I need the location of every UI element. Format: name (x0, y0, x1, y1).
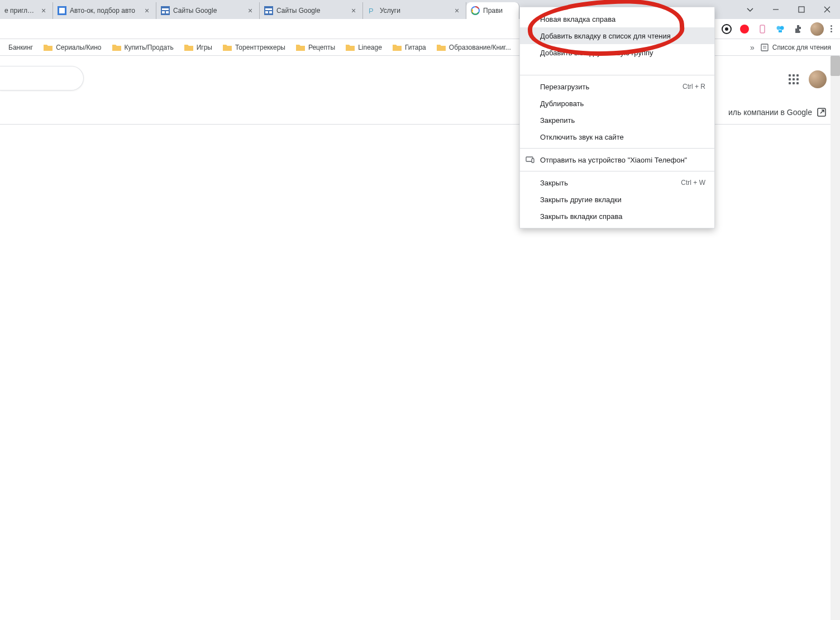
bookmark-folder[interactable]: Lineage (340, 39, 387, 55)
menu-item-duplicate[interactable]: Дублировать (520, 95, 714, 112)
site-icon: P (367, 6, 376, 15)
close-icon[interactable]: × (39, 6, 48, 15)
svg-point-15 (725, 27, 728, 31)
bookmark-label: Сериалы/Кино (56, 44, 101, 51)
menu-item-close-right[interactable]: Закрыть вкладки справа (520, 208, 714, 225)
menu-item-mute[interactable]: Отключить звук на сайте (520, 128, 714, 145)
tab-title: Прави (483, 7, 514, 15)
tab-context-menu: Новая вкладка справа Добавить вкладку в … (519, 7, 715, 228)
google-sites-icon (161, 6, 170, 15)
bookmark-folder[interactable]: Торенттреккеры (217, 39, 290, 55)
tab-5-active[interactable]: Прави (466, 2, 519, 19)
menu-item-partial[interactable] (520, 61, 714, 72)
menu-item-label: Добавить вкладку в список для чтения (540, 32, 671, 40)
bookmark-folder[interactable]: Банкинг (3, 39, 38, 55)
close-window-button[interactable] (814, 1, 840, 18)
vertical-scrollbar[interactable] (831, 56, 840, 620)
close-icon[interactable]: × (246, 6, 255, 15)
svg-rect-9 (269, 11, 272, 13)
folder-icon (436, 44, 446, 51)
folder-icon (184, 44, 194, 51)
extension-icon[interactable] (757, 23, 768, 35)
google-apps-icon[interactable] (789, 74, 799, 84)
menu-item-pin[interactable]: Закрепить (520, 112, 714, 128)
menu-item-label: Отключить звук на сайте (540, 133, 624, 141)
menu-item-label: Закрепить (540, 116, 575, 125)
extension-icon[interactable] (739, 23, 750, 35)
minimize-button[interactable] (763, 1, 789, 18)
bookmark-label: Образование/Книг... (449, 44, 511, 51)
google-icon (471, 6, 480, 15)
menu-item-label: Отправить на устройство "Xiaomi Телефон" (540, 156, 687, 164)
tab-4[interactable]: P Услуги × (363, 2, 466, 19)
menu-shortcut: Ctrl + R (682, 83, 705, 90)
tab-2[interactable]: Сайты Google × (156, 2, 260, 19)
tab-title: Услуги (380, 7, 449, 15)
tab-3[interactable]: Сайты Google × (260, 2, 363, 19)
svg-rect-26 (532, 159, 534, 163)
svg-point-19 (780, 26, 784, 30)
google-sites-icon (264, 6, 273, 15)
extension-icon[interactable] (721, 23, 732, 35)
bookmark-folder[interactable]: Купить/Продать (107, 39, 179, 55)
menu-item-new-tab-right[interactable]: Новая вкладка справа (520, 11, 714, 27)
svg-point-16 (740, 25, 749, 34)
bookmark-folder[interactable]: Игры (179, 39, 217, 55)
chrome-menu-icon[interactable] (831, 25, 832, 32)
menu-item-label: Добавить вкладку в новую группу (540, 49, 653, 57)
device-icon (526, 155, 534, 164)
tab-search-button[interactable] (737, 1, 763, 18)
profile-avatar[interactable] (810, 22, 824, 36)
window-controls (737, 0, 840, 19)
folder-icon (43, 44, 53, 51)
svg-rect-1 (59, 8, 65, 13)
close-icon[interactable]: × (142, 6, 151, 15)
extensions-menu-icon[interactable] (793, 23, 804, 35)
svg-rect-8 (265, 11, 268, 13)
bookmarks-right: » Список для чтения (750, 43, 837, 52)
reading-list-button[interactable]: Список для чтения (760, 43, 831, 52)
menu-item-send-to-device[interactable]: Отправить на устройство "Xiaomi Телефон" (520, 151, 714, 168)
menu-item-close-tab[interactable]: Закрыть Ctrl + W (520, 174, 714, 191)
folder-icon (392, 44, 402, 51)
svg-rect-7 (265, 8, 272, 10)
tab-1[interactable]: Авто-ок, подбор авто × (53, 2, 156, 19)
bookmark-label: Гитара (405, 44, 426, 51)
svg-rect-21 (761, 44, 768, 51)
bookmark-label: Торенттреккеры (235, 44, 285, 51)
svg-rect-20 (779, 30, 782, 32)
svg-rect-3 (162, 8, 169, 10)
menu-item-label: Новая вкладка справа (540, 15, 615, 23)
menu-item-reload[interactable]: Перезагрузить Ctrl + R (520, 78, 714, 95)
menu-shortcut: Ctrl + W (681, 179, 705, 187)
svg-point-18 (777, 26, 781, 30)
tab-0[interactable]: е приглаше × (0, 2, 53, 19)
close-icon[interactable]: × (452, 6, 461, 15)
bookmark-folder[interactable]: Образование/Книг... (431, 39, 516, 55)
menu-item-label: Закрыть вкладки справа (540, 212, 622, 221)
search-box-fragment[interactable] (0, 66, 84, 90)
svg-rect-17 (760, 25, 765, 33)
bookmark-folder[interactable]: Гитара (387, 39, 431, 55)
menu-separator (520, 171, 714, 171)
bookmark-folder[interactable]: Сериалы/Кино (38, 39, 106, 55)
menu-item-add-to-group[interactable]: Добавить вкладку в новую группу (520, 44, 714, 61)
bookmark-label: Lineage (358, 44, 382, 51)
maximize-button[interactable] (789, 1, 814, 18)
menu-separator (520, 148, 714, 149)
close-icon[interactable]: × (349, 6, 358, 15)
folder-icon (112, 44, 122, 51)
bookmark-folder[interactable]: Рецепты (290, 39, 340, 55)
menu-item-label: Дублировать (540, 99, 584, 108)
menu-item-add-to-reading-list[interactable]: Добавить вкладку в список для чтения (520, 27, 714, 44)
account-avatar[interactable] (809, 70, 827, 88)
extension-icon[interactable] (775, 23, 786, 35)
company-profile-label: иль компании в Google (728, 108, 812, 117)
bookmarks-overflow[interactable]: » (750, 43, 755, 52)
company-profile-link[interactable]: иль компании в Google (728, 107, 827, 117)
bookmark-label: Купить/Продать (125, 44, 174, 51)
page-header-actions (789, 70, 827, 88)
menu-item-label: Перезагрузить (540, 83, 589, 91)
menu-item-close-others[interactable]: Закрыть другие вкладки (520, 191, 714, 208)
folder-icon (222, 44, 232, 51)
